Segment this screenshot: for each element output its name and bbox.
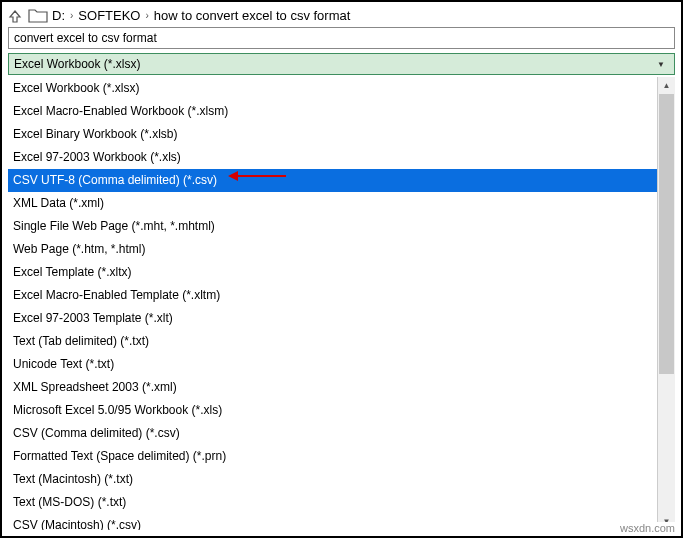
filetype-select[interactable]: Excel Workbook (*.xlsx) ▼	[8, 53, 675, 75]
filetype-option[interactable]: Web Page (*.htm, *.html)	[8, 238, 657, 261]
chevron-down-icon: ▼	[657, 60, 669, 69]
filetype-option[interactable]: Excel Workbook (*.xlsx)	[8, 77, 657, 100]
filetype-option[interactable]: CSV (Comma delimited) (*.csv)	[8, 422, 657, 445]
filetype-option[interactable]: Unicode Text (*.txt)	[8, 353, 657, 376]
save-dialog: D: › SOFTEKO › how to convert excel to c…	[0, 0, 683, 538]
watermark: wsxdn.com	[618, 522, 677, 534]
filetype-option-list[interactable]: Excel Workbook (*.xlsx)Excel Macro-Enabl…	[8, 77, 658, 530]
filetype-option[interactable]: CSV (Macintosh) (*.csv)	[8, 514, 657, 530]
scroll-thumb[interactable]	[659, 94, 674, 374]
filetype-option[interactable]: Microsoft Excel 5.0/95 Workbook (*.xls)	[8, 399, 657, 422]
filetype-option[interactable]: Excel 97-2003 Workbook (*.xls)	[8, 146, 657, 169]
breadcrumb-drive[interactable]: D:	[52, 8, 65, 23]
filetype-option[interactable]: Text (Macintosh) (*.txt)	[8, 468, 657, 491]
breadcrumb: D: › SOFTEKO › how to convert excel to c…	[2, 2, 681, 27]
filetype-option[interactable]: Text (Tab delimited) (*.txt)	[8, 330, 657, 353]
filetype-option[interactable]: Excel Macro-Enabled Template (*.xltm)	[8, 284, 657, 307]
filetype-dropdown: Excel Workbook (*.xlsx)Excel Macro-Enabl…	[8, 77, 675, 530]
breadcrumb-path[interactable]: D: › SOFTEKO › how to convert excel to c…	[52, 8, 350, 23]
filetype-option[interactable]: Excel 97-2003 Template (*.xlt)	[8, 307, 657, 330]
filename-input[interactable]	[8, 27, 675, 49]
chevron-right-icon: ›	[67, 10, 76, 21]
filename-row	[2, 27, 681, 53]
up-arrow-icon[interactable]	[8, 9, 22, 23]
filetype-option[interactable]: Text (MS-DOS) (*.txt)	[8, 491, 657, 514]
filetype-option[interactable]: XML Spreadsheet 2003 (*.xml)	[8, 376, 657, 399]
filetype-selected-label: Excel Workbook (*.xlsx)	[14, 57, 140, 71]
folder-icon	[28, 9, 46, 23]
breadcrumb-folder1[interactable]: SOFTEKO	[78, 8, 140, 23]
annotation-arrow-icon	[228, 171, 286, 181]
scrollbar[interactable]: ▲ ▼	[658, 77, 675, 530]
filetype-option[interactable]: Excel Macro-Enabled Workbook (*.xlsm)	[8, 100, 657, 123]
filetype-option[interactable]: CSV UTF-8 (Comma delimited) (*.csv)	[8, 169, 657, 192]
filetype-option[interactable]: Single File Web Page (*.mht, *.mhtml)	[8, 215, 657, 238]
breadcrumb-folder2[interactable]: how to convert excel to csv format	[154, 8, 351, 23]
chevron-right-icon: ›	[142, 10, 151, 21]
filetype-row: Excel Workbook (*.xlsx) ▼	[2, 53, 681, 77]
scroll-up-icon[interactable]: ▲	[658, 77, 675, 94]
filetype-option[interactable]: XML Data (*.xml)	[8, 192, 657, 215]
filetype-option[interactable]: Excel Binary Workbook (*.xlsb)	[8, 123, 657, 146]
filetype-option[interactable]: Excel Template (*.xltx)	[8, 261, 657, 284]
filetype-option[interactable]: Formatted Text (Space delimited) (*.prn)	[8, 445, 657, 468]
